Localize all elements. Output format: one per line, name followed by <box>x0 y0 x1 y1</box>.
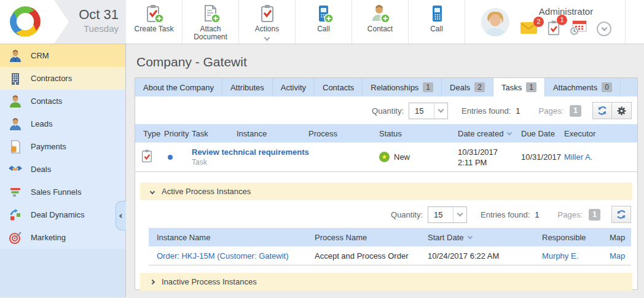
date-weekday: Tuesday <box>79 23 119 35</box>
priority-indicator <box>156 155 184 160</box>
entries-found-label: Entries found: <box>461 106 511 116</box>
col-priority[interactable]: Priority <box>156 129 184 138</box>
sidebar-item-label: Leads <box>31 119 52 128</box>
task-type-label: Task <box>192 158 371 167</box>
col-process-name[interactable]: Process Name <box>307 233 420 242</box>
sidebar-item-leads[interactable]: Leads <box>0 112 125 135</box>
col-due-date[interactable]: Due Date <box>513 129 556 138</box>
tab-contacts[interactable]: Contacts <box>315 78 363 96</box>
quantity-label: Quantity: <box>372 106 404 116</box>
col-executor[interactable]: Executor <box>556 129 637 138</box>
dynamics-icon <box>8 208 23 222</box>
actions-button[interactable]: Actions <box>239 0 296 44</box>
tab-about-the-company[interactable]: About the Company <box>135 78 222 96</box>
sidebar-item-crm[interactable]: CRM <box>0 44 125 67</box>
col-instance-name[interactable]: Instance Name <box>149 233 307 242</box>
sidebar-item-deal-dynamics[interactable]: Deal Dynamics <box>0 203 125 226</box>
section-title: Active Process Instances <box>162 187 251 196</box>
col-responsible[interactable]: Responsible <box>534 233 602 242</box>
page-number-badge[interactable]: 1 <box>589 209 600 221</box>
header-divider <box>625 0 626 44</box>
priority-dot-icon <box>168 155 173 160</box>
target-icon <box>8 230 23 245</box>
refresh-icon <box>597 105 608 116</box>
app-logo-icon[interactable] <box>7 4 43 42</box>
responsible-link[interactable]: Murphy E. <box>542 251 578 261</box>
tasks-table-header: Type Priority Task Instance Process Stat… <box>135 124 637 143</box>
col-instance[interactable]: Instance <box>229 129 300 138</box>
active-instances-controls: Quantity: 15 Entries found: 1 Pages: 1 <box>149 200 631 228</box>
chevron-left-icon <box>119 213 123 218</box>
tab-attributes[interactable]: Attributes <box>222 78 273 96</box>
sidebar-item-payments[interactable]: Payments <box>0 135 125 158</box>
status-cell: ★ New <box>371 152 450 162</box>
sort-desc-icon <box>467 233 472 238</box>
sidebar-item-contractors[interactable]: Contractors <box>0 67 125 90</box>
add-contact-button[interactable]: Contact <box>352 0 409 44</box>
sidebar-item-marketing[interactable]: Marketing <box>0 226 125 249</box>
user-avatar[interactable] <box>481 8 509 36</box>
col-type[interactable]: Type <box>135 129 156 138</box>
task-title-link[interactable]: Review technical requirements <box>192 147 371 157</box>
sidebar-item-label: Deals <box>31 165 51 174</box>
profile-menu-button[interactable] <box>597 22 611 36</box>
instances-table-header: Instance Name Process Name Start Date Re… <box>149 228 631 246</box>
sidebar-item-sales-funnels[interactable]: Sales Funnels <box>0 181 125 203</box>
sidebar-collapse-button[interactable] <box>116 201 126 230</box>
user-name[interactable]: Administrator <box>539 6 593 17</box>
lead-person-icon <box>8 117 23 131</box>
map-link[interactable]: Map <box>610 251 625 261</box>
top-header: Oct 31 Tuesday Create Task <box>0 0 644 44</box>
task-add-icon <box>144 4 165 23</box>
task-notifications-button[interactable]: 1 <box>547 20 560 38</box>
calendar-button[interactable] <box>570 20 587 37</box>
quantity-select[interactable]: 15 <box>428 206 467 223</box>
tab-tasks[interactable]: Tasks1 <box>493 78 545 96</box>
sidebar: CRM Contractors <box>0 44 126 297</box>
sidebar-item-label: Marketing <box>31 233 66 242</box>
refresh-button[interactable] <box>592 102 612 119</box>
executor-link[interactable]: Miller A. <box>564 152 592 162</box>
task-badge: 1 <box>557 15 567 25</box>
start-date-cell: 10/24/2017 6:22 AM <box>420 251 534 261</box>
payments-icon <box>8 139 23 154</box>
tab-attachments[interactable]: Attachments0 <box>545 78 621 96</box>
call-button[interactable]: Call <box>409 0 465 44</box>
inactive-process-instances-header[interactable]: Inactive Process Instances <box>140 273 632 291</box>
page-number-badge[interactable]: 1 <box>570 105 581 117</box>
col-date-created[interactable]: Date created <box>450 129 513 138</box>
settings-button[interactable] <box>612 102 632 119</box>
tab-activity[interactable]: Activity <box>273 78 315 96</box>
contact-add-icon <box>370 4 391 23</box>
call-add-label: Call <box>317 25 330 33</box>
process-name-cell: Accept and Process Order <box>307 251 420 261</box>
attach-document-button[interactable]: Attach Document <box>183 0 239 44</box>
quantity-select[interactable]: 15 <box>409 103 448 119</box>
add-contact-label: Contact <box>367 25 393 33</box>
task-row[interactable]: Review technical requirements Task ★ New… <box>135 143 637 172</box>
sidebar-item-label: Deal Dynamics <box>31 210 84 219</box>
tab-badge: 1 <box>526 82 536 92</box>
call-label: Call <box>430 25 443 33</box>
sidebar-item-deals[interactable]: Deals <box>0 158 125 181</box>
col-map[interactable]: Map <box>602 233 631 242</box>
crm-person-icon <box>8 49 23 63</box>
instance-name-link[interactable]: Order: HKJ-15M (Customer: Gatewit) <box>157 251 289 261</box>
instance-row[interactable]: Order: HKJ-15M (Customer: Gatewit) Accep… <box>149 246 631 265</box>
refresh-icon <box>616 209 627 220</box>
call-add-button[interactable]: Call <box>296 0 352 44</box>
col-process[interactable]: Process <box>300 129 371 138</box>
refresh-button[interactable] <box>611 206 631 223</box>
actions-label: Actions <box>255 25 279 33</box>
col-status[interactable]: Status <box>371 129 450 138</box>
create-task-button[interactable]: Create Task <box>126 0 183 44</box>
tab-relationships[interactable]: Relationships1 <box>363 78 442 96</box>
sidebar-item-contacts[interactable]: Contacts <box>0 90 125 112</box>
col-start-date[interactable]: Start Date <box>420 233 534 242</box>
chevron-down-icon <box>601 25 607 31</box>
tab-deals[interactable]: Deals2 <box>442 78 493 96</box>
mail-notifications-button[interactable]: 2 <box>520 22 537 36</box>
col-task[interactable]: Task <box>184 129 229 138</box>
active-process-instances-header[interactable]: Active Process Instances <box>140 182 632 200</box>
status-new-star-icon: ★ <box>379 152 390 162</box>
